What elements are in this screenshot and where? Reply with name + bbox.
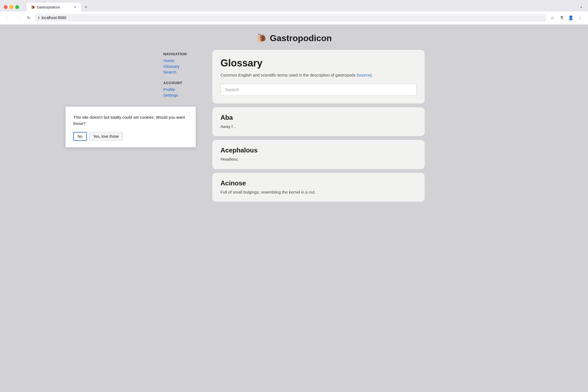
glossary-card: Glossary Common English and scientific t… [212, 50, 425, 103]
term-card-acephalous: Acephalous Headless. [212, 140, 425, 169]
forward-button[interactable]: → [14, 14, 22, 22]
user-icon[interactable]: 👤 [567, 14, 575, 22]
cookie-yes-button[interactable]: Yes, love those [89, 132, 123, 141]
cookie-message: This site doesn't but totally could set … [73, 114, 188, 127]
sidebar-item-settings[interactable]: Settings [163, 93, 212, 97]
traffic-lights [4, 5, 19, 9]
url-display: localhost:8080 [42, 16, 66, 20]
term-definition-acinose: Full of small bulgings; resembling the k… [220, 189, 416, 195]
bookmark-icon[interactable]: ☆ [548, 14, 556, 22]
main-content-area: Glossary Common English and scientific t… [212, 50, 425, 202]
maximize-window-button[interactable] [15, 5, 19, 9]
nav-section: NAVIGATION Home Glossary Search [163, 52, 212, 74]
close-tab-button[interactable]: ✕ [73, 5, 77, 9]
address-bar[interactable]: ℹ localhost:8080 [35, 14, 546, 22]
site-title: Gastropodicon [270, 33, 332, 43]
sidebar-item-home[interactable]: Home [163, 58, 212, 63]
flask-icon[interactable]: ⚗ [558, 14, 566, 22]
site-header: 🐌 Gastropodicon [256, 33, 332, 43]
description-end: ). [370, 73, 373, 77]
sidebar-item-search[interactable]: Search [163, 70, 212, 74]
sidebar-item-glossary[interactable]: Glossary [163, 64, 212, 69]
cookie-buttons: No Yes, love those [73, 132, 188, 141]
close-window-button[interactable] [4, 5, 8, 9]
titlebar: 🐌 Gastropodicon ✕ + ▾ [0, 0, 588, 11]
term-title-aba: Aba [220, 114, 416, 121]
back-button[interactable]: ← [4, 14, 12, 22]
glossary-title: Glossary [220, 57, 416, 69]
browser-chrome: 🐌 Gastropodicon ✕ + ▾ ← → ↻ ℹ localhost:… [0, 0, 588, 25]
cookie-no-button[interactable]: No [73, 132, 87, 141]
browser-toolbar: ← → ↻ ℹ localhost:8080 ☆ ⚗ 👤 ⋮ [0, 11, 588, 24]
glossary-description: Common English and scientific terms used… [220, 72, 416, 78]
toolbar-actions: ☆ ⚗ 👤 ⋮ [548, 14, 584, 22]
site-logo-icon: 🐌 [256, 33, 267, 43]
sidebar-item-profile[interactable]: Profile [163, 87, 212, 92]
refresh-button[interactable]: ↻ [24, 14, 33, 22]
minimize-window-button[interactable] [10, 5, 13, 9]
source-link[interactable]: source [358, 73, 370, 77]
term-title-acephalous: Acephalous [220, 146, 416, 154]
description-text: Common English and scientific terms used… [220, 73, 358, 77]
term-card-acinose: Acinose Full of small bulgings; resembli… [212, 173, 425, 202]
active-tab[interactable]: 🐌 Gastropodicon ✕ [27, 3, 81, 11]
search-input[interactable] [220, 84, 416, 96]
tab-title: Gastropodicon [37, 5, 71, 9]
new-tab-button[interactable]: + [82, 3, 90, 11]
page-content: 🐌 Gastropodicon NAVIGATION Home Glossary… [0, 25, 588, 392]
tab-dropdown-button[interactable]: ▾ [578, 3, 584, 11]
cookie-dialog: This site doesn't but totally could set … [65, 106, 196, 148]
term-title-acinose: Acinose [220, 179, 416, 187]
main-layout: NAVIGATION Home Glossary Search ACCOUNT … [163, 50, 425, 202]
account-section-title: ACCOUNT [163, 81, 212, 85]
term-definition-aba: Away f... [220, 124, 416, 130]
tab-bar: 🐌 Gastropodicon ✕ + ▾ [27, 3, 584, 11]
menu-button[interactable]: ⋮ [576, 14, 584, 22]
term-card-aba: Aba Away f... [212, 107, 425, 136]
nav-section-title: NAVIGATION [163, 52, 212, 56]
term-definition-acephalous: Headless. [220, 156, 416, 163]
account-section: ACCOUNT Profile Settings [163, 81, 212, 97]
tab-favicon-icon: 🐌 [30, 5, 35, 9]
lock-icon: ℹ [38, 16, 39, 20]
